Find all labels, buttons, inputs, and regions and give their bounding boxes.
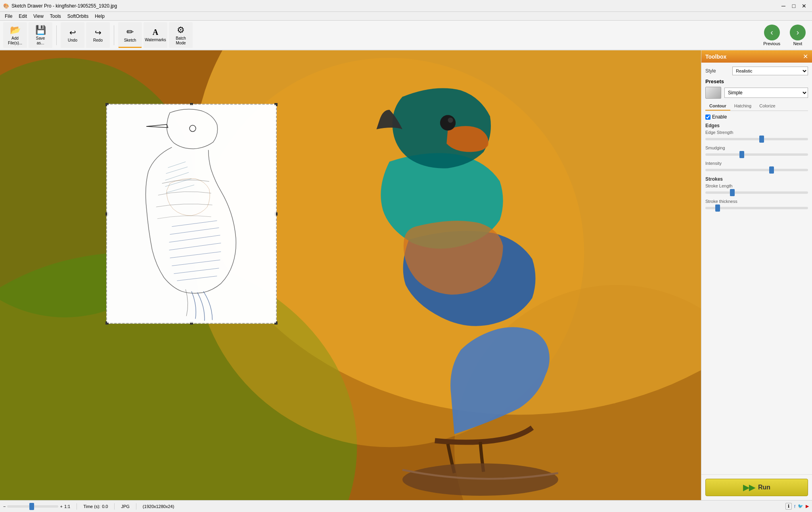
info-icon[interactable]: ℹ [785, 503, 792, 510]
run-button[interactable]: ▶▶ Run [705, 479, 808, 496]
share-icon-3[interactable]: ▶ [806, 504, 809, 509]
presets-section: Presets Simple Standard Detailed Custom [705, 78, 808, 99]
enable-checkbox[interactable] [705, 115, 710, 120]
menu-softorbits[interactable]: SoftOrbits [64, 13, 92, 20]
toolbar-right: ‹ Previous › Next [760, 23, 809, 48]
sketch-icon: ✏ [126, 27, 134, 37]
intensity-label: Intensity [705, 161, 808, 166]
smudging-slider[interactable] [705, 153, 808, 156]
edge-strength-label: Edge Strength [705, 130, 808, 135]
tab-hatching[interactable]: Hatching [730, 102, 755, 111]
run-label: Run [758, 484, 770, 491]
tab-colorize[interactable]: Colorize [755, 102, 779, 111]
style-label: Style [705, 68, 729, 74]
share-icon-1[interactable]: f [794, 504, 795, 509]
status-icons: ℹ f 🐦 ▶ [785, 503, 809, 510]
style-row: Style Realistic Simple Detailed Artistic [705, 67, 808, 75]
zoom-slider[interactable] [7, 505, 58, 508]
toolbar-separator-1 [56, 25, 57, 45]
previous-button[interactable]: ‹ Previous [760, 23, 783, 48]
menu-bar: File Edit View Tools SoftOrbits Help [0, 12, 812, 21]
toolbar-separator-2 [114, 25, 114, 45]
save-icon: 💾 [35, 25, 46, 35]
preset-icon [705, 87, 721, 99]
minimize-button[interactable]: ─ [779, 1, 788, 11]
canvas-area[interactable] [0, 50, 701, 500]
time-value: 0.0 [102, 504, 108, 509]
time-label: Time (s): [83, 504, 100, 509]
title-controls: ─ □ ✕ [779, 1, 809, 11]
menu-file[interactable]: File [2, 13, 15, 20]
run-icon: ▶▶ [743, 483, 755, 492]
add-file-icon: 📂 [10, 25, 21, 35]
edges-section-header: Edges [705, 123, 808, 128]
time-status: Time (s): 0.0 [83, 504, 108, 509]
menu-help[interactable]: Help [92, 13, 108, 20]
window-title: Sketch Drawer Pro - kingfisher-1905255_1… [11, 3, 117, 9]
intensity-slider[interactable] [705, 169, 808, 171]
maximize-button[interactable]: □ [789, 1, 799, 11]
stroke-thickness-label: Stroke thickness [705, 199, 808, 204]
svg-point-6 [440, 115, 456, 130]
redo-icon: ↪ [95, 28, 102, 37]
image-dimensions: (1920x1280x24) [143, 504, 174, 509]
watermarks-label: Watermarks [145, 38, 166, 42]
toolbox-content: Style Realistic Simple Detailed Artistic… [701, 63, 812, 474]
toolbar: 📂 AddFile(s)... 💾 Saveas... ↩ Undo ↪ Red… [0, 21, 812, 50]
toolbox-title: Toolbox [705, 53, 726, 60]
add-file-button[interactable]: 📂 AddFile(s)... [3, 22, 27, 48]
style-select[interactable]: Realistic Simple Detailed Artistic [732, 67, 808, 75]
edge-strength-slider[interactable] [705, 138, 808, 140]
toolbox-panel: Toolbox ✕ Style Realistic Simple Detaile… [701, 50, 812, 500]
watermarks-icon: A [153, 28, 158, 37]
main-content: Toolbox ✕ Style Realistic Simple Detaile… [0, 50, 812, 500]
redo-label: Redo [93, 38, 103, 43]
dimensions-status: (1920x1280x24) [143, 504, 174, 509]
strokes-section-header: Strokes [705, 176, 808, 182]
share-icon-2[interactable]: 🐦 [798, 504, 803, 509]
edge-strength-slider-row: Edge Strength [705, 130, 808, 141]
status-bar: − + 1:1 Time (s): 0.0 JPG (1920x1280x24)… [0, 500, 812, 512]
next-button[interactable]: › Next [787, 23, 809, 48]
toolbox-close-button[interactable]: ✕ [803, 53, 808, 60]
zoom-level: 1:1 [64, 504, 70, 509]
menu-view[interactable]: View [30, 13, 47, 20]
batch-mode-icon: ⚙ [177, 25, 185, 35]
toolbox-tabs: Contour Hatching Colorize [705, 102, 808, 111]
watermarks-button[interactable]: A Watermarks [144, 22, 167, 48]
previous-icon: ‹ [764, 25, 780, 40]
status-divider-2 [114, 503, 115, 510]
run-button-container: ▶▶ Run [701, 474, 812, 500]
stroke-length-slider[interactable] [705, 191, 808, 194]
smudging-label: Smudging [705, 145, 808, 150]
status-divider-1 [77, 503, 77, 510]
preset-select[interactable]: Simple Standard Detailed Custom [724, 88, 808, 98]
background-svg [0, 50, 701, 500]
previous-label: Previous [763, 41, 780, 46]
next-icon: › [790, 25, 806, 40]
batch-mode-label: BatchMode [176, 36, 186, 46]
save-as-button[interactable]: 💾 Saveas... [29, 22, 52, 48]
title-bar: 🎨 Sketch Drawer Pro - kingfisher-1905255… [0, 0, 812, 12]
redo-button[interactable]: ↪ Redo [86, 22, 110, 48]
batch-mode-button[interactable]: ⚙ BatchMode [169, 22, 193, 48]
menu-tools[interactable]: Tools [47, 13, 64, 20]
next-label: Next [793, 41, 802, 46]
presets-row: Simple Standard Detailed Custom [705, 87, 808, 99]
svg-point-7 [448, 118, 453, 123]
tab-contour[interactable]: Contour [705, 102, 730, 111]
zoom-out-icon[interactable]: − [3, 504, 6, 509]
undo-button[interactable]: ↩ Undo [61, 22, 84, 48]
file-format: JPG [121, 504, 129, 509]
close-button[interactable]: ✕ [799, 1, 809, 11]
sketch-button[interactable]: ✏ Sketch [118, 22, 142, 48]
menu-edit[interactable]: Edit [15, 13, 30, 20]
title-left: 🎨 Sketch Drawer Pro - kingfisher-1905255… [3, 3, 117, 9]
stroke-thickness-slider-row: Stroke thickness [705, 199, 808, 210]
stroke-length-slider-row: Stroke Length [705, 183, 808, 195]
save-as-label: Saveas... [36, 36, 45, 46]
stroke-thickness-slider[interactable] [705, 207, 808, 209]
status-divider-3 [136, 503, 136, 510]
undo-icon: ↩ [69, 28, 76, 37]
zoom-in-icon[interactable]: + [60, 504, 62, 509]
